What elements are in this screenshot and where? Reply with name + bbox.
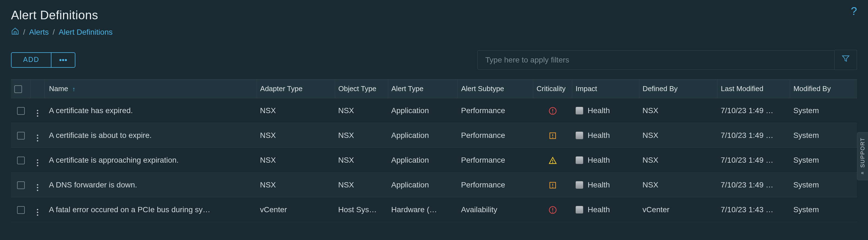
impact-badge-icon [576,156,583,164]
row-checkbox[interactable] [17,157,25,164]
cell-modified-by: System [790,197,857,222]
cell-object-type: NSX [335,98,388,123]
cell-criticality [533,98,572,123]
cell-alert-type: Application [388,173,458,197]
cell-impact: Health [572,197,640,222]
column-header-modified-by[interactable]: Modified By [790,80,857,98]
column-header-alert-subtype[interactable]: Alert Subtype [458,80,533,98]
cell-name: A fatal error occured on a PCIe bus duri… [44,197,257,222]
filter-icon[interactable] [835,50,857,70]
chevron-left-icon: » [861,170,864,176]
breadcrumb: / Alerts / Alert Definitions [11,27,857,37]
cell-last-modified: 7/10/23 1:49 … [717,148,790,173]
cell-adapter-type: vCenter [257,197,335,222]
breadcrumb-alerts[interactable]: Alerts [29,28,49,37]
cell-alert-subtype: Availability [458,197,533,222]
impact-badge-icon [576,131,583,139]
impact-badge-icon [576,206,583,214]
cell-alert-type: Application [388,123,458,148]
cell-modified-by: System [790,173,857,197]
header-select-all[interactable] [11,80,31,98]
table-row[interactable]: A certificate is about to expire. NSX NS… [11,123,857,148]
row-menu-icon[interactable] [37,110,38,117]
row-menu-icon[interactable] [37,184,38,191]
column-header-impact[interactable]: Impact [572,80,640,98]
support-label: SUPPORT [860,137,866,168]
table-row[interactable]: A certificate has expired. NSX NSX Appli… [11,98,857,123]
breadcrumb-sep: / [53,28,55,37]
column-header-defined-by[interactable]: Defined By [639,80,717,98]
table-row[interactable]: A certificate is approaching expiration.… [11,148,857,173]
column-header-criticality[interactable]: Criticality [533,80,572,98]
column-header-adapter-type[interactable]: Adapter Type [257,80,335,98]
row-menu-icon[interactable] [37,209,38,216]
cell-adapter-type: NSX [257,98,335,123]
svg-point-5 [552,138,553,138]
cell-defined-by: vCenter [639,197,717,222]
more-actions-button[interactable]: ••• [52,53,75,67]
cell-modified-by: System [790,123,857,148]
svg-point-7 [552,162,553,163]
svg-point-13 [552,212,553,212]
cell-last-modified: 7/10/23 1:49 … [717,173,790,197]
svg-point-10 [552,187,553,187]
help-icon[interactable]: ? [851,5,857,17]
cell-alert-type: Application [388,98,458,123]
cell-modified-by: System [790,148,857,173]
row-checkbox[interactable] [17,206,25,214]
cell-criticality [533,173,572,197]
cell-alert-subtype: Performance [458,123,533,148]
impact-badge-icon [576,107,583,115]
breadcrumb-current[interactable]: Alert Definitions [59,28,113,37]
column-header-last-modified[interactable]: Last Modified [717,80,790,98]
toolbar: ADD ••• [11,50,857,70]
impact-badge-icon [576,181,583,189]
cell-defined-by: NSX [639,148,717,173]
cell-defined-by: NSX [639,98,717,123]
cell-impact: Health [572,148,640,173]
breadcrumb-sep: / [23,28,25,37]
home-icon[interactable] [11,27,19,37]
filter-input[interactable] [477,50,835,70]
cell-criticality [533,148,572,173]
cell-name: A certificate is about to expire. [44,123,257,148]
alert-definitions-table: Name ↑ Adapter Type Object Type Alert Ty… [11,79,857,222]
svg-point-2 [552,113,553,113]
cell-name: A certificate has expired. [44,98,257,123]
sort-asc-icon: ↑ [72,86,75,92]
cell-adapter-type: NSX [257,123,335,148]
column-header-alert-type[interactable]: Alert Type [388,80,458,98]
header-row-menu [31,80,44,98]
cell-criticality [533,123,572,148]
support-tab[interactable]: SUPPORT » [857,132,868,180]
cell-object-type: NSX [335,173,388,197]
cell-alert-subtype: Performance [458,148,533,173]
row-menu-icon[interactable] [37,159,38,166]
table-row[interactable]: A DNS forwarder is down. NSX NSX Applica… [11,173,857,197]
cell-adapter-type: NSX [257,148,335,173]
table-row[interactable]: A fatal error occured on a PCIe bus duri… [11,197,857,222]
add-button[interactable]: ADD [11,53,52,67]
cell-impact: Health [572,98,640,123]
cell-adapter-type: NSX [257,173,335,197]
cell-alert-type: Application [388,148,458,173]
cell-last-modified: 7/10/23 1:49 … [717,98,790,123]
column-label: Name [49,85,68,93]
cell-last-modified: 7/10/23 1:49 … [717,123,790,148]
select-all-checkbox[interactable] [14,85,22,93]
row-checkbox[interactable] [17,107,25,115]
cell-defined-by: NSX [639,123,717,148]
column-header-name[interactable]: Name ↑ [44,80,257,98]
table-header-row: Name ↑ Adapter Type Object Type Alert Ty… [11,80,857,98]
row-menu-icon[interactable] [37,134,38,142]
row-checkbox[interactable] [17,132,25,140]
action-button-group: ADD ••• [11,52,75,68]
cell-object-type: NSX [335,123,388,148]
cell-defined-by: NSX [639,173,717,197]
row-checkbox[interactable] [17,181,25,189]
page-title: Alert Definitions [11,8,857,22]
cell-object-type: NSX [335,148,388,173]
cell-alert-subtype: Performance [458,173,533,197]
cell-name: A DNS forwarder is down. [44,173,257,197]
column-header-object-type[interactable]: Object Type [335,80,388,98]
